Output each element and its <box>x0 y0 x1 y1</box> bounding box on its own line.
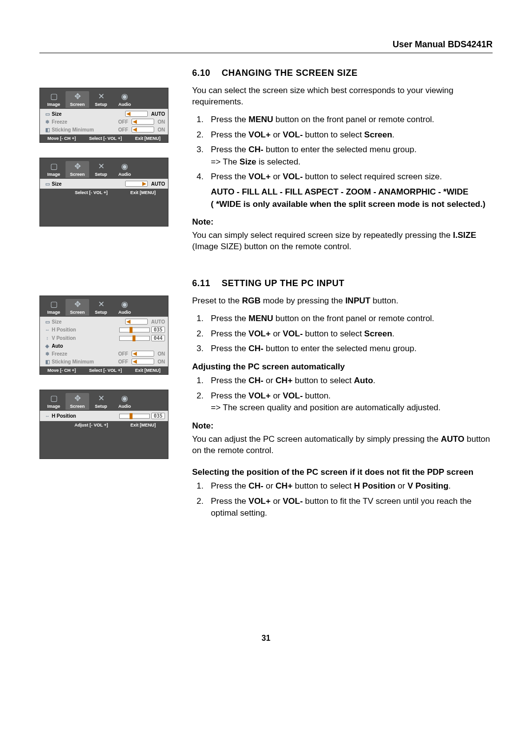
osd-tab-bar: ▢Image ✥Screen ✕Setup ◉Audio <box>40 88 168 109</box>
monitor-icon: ▢ <box>42 394 66 403</box>
speaker-icon: ◉ <box>113 394 136 403</box>
osd-tab-setup: ✕Setup <box>89 393 113 410</box>
osd-row-hpos: ↔ H Position 035 <box>40 326 168 334</box>
osd-tab-image: ▢Image <box>42 299 66 316</box>
osd-screenshot-2: ▢Image ✥Screen ✕Setup ◉Audio ▭ Size ▶AUT… <box>39 158 168 227</box>
osd-tab-audio: ◉Audio <box>113 91 136 108</box>
step-2: Press the VOL+ or VOL- button to select … <box>206 129 493 141</box>
osd-tab-bar: ▢Image ✥Screen ✕Setup ◉Audio <box>40 158 168 179</box>
screen-modes-list: AUTO - FILL ALL - FILL ASPECT - ZOOM - A… <box>211 186 493 198</box>
size-icon: ▭ <box>43 111 52 117</box>
speaker-icon: ◉ <box>113 300 136 309</box>
page-number: 31 <box>39 634 493 643</box>
osd-hint-bar: Adjust [- VOL +] Exit [MENU] <box>40 421 168 429</box>
osd-tab-image: ▢Image <box>42 91 66 108</box>
select-position-steps: Press the CH- or CH+ button to select H … <box>192 480 493 520</box>
page-header: User Manual BDS4241R <box>39 39 493 53</box>
osd-column: ▢Image ✥Screen ✕Setup ◉Audio ▭ Size ◀AUT… <box>39 68 177 526</box>
arrows-icon: ✥ <box>66 300 89 309</box>
tools-icon: ✕ <box>89 394 113 403</box>
osd-hint-bar: Move [- CH +] Select [- VOL +] Exit [MEN… <box>40 134 168 142</box>
wide-mode-note: ( *WIDE is only available when the split… <box>211 198 493 211</box>
freeze-icon: ❄ <box>43 119 52 125</box>
osd-tab-image: ▢Image <box>42 161 66 178</box>
step-2: Press the VOL+ or VOL- button to fit the… <box>206 495 493 520</box>
step-4: Press the VOL+ or VOL- button to select … <box>206 171 493 210</box>
osd-row-sticking: ◧ Sticking Minimum OFF◀ON <box>40 358 168 365</box>
tools-icon: ✕ <box>89 162 113 171</box>
step-1: Press the CH- or CH+ button to select H … <box>206 480 493 493</box>
osd-tab-setup: ✕Setup <box>89 91 113 108</box>
adjust-auto-steps: Press the CH- or CH+ button to select Au… <box>192 375 493 414</box>
osd-row-hpos: ↔ H Position 035 <box>40 412 168 420</box>
osd-tab-setup: ✕Setup <box>89 161 113 178</box>
osd-hint-bar: Move [- CH +] Select [- VOL +] Exit [MEN… <box>40 366 168 374</box>
osd-row-freeze: ❄ Freeze OFF◀ON <box>40 350 168 358</box>
osd-row-vpos: ↕ V Position 044 <box>40 334 168 342</box>
note-heading: Note: <box>192 421 493 431</box>
size-icon: ▭ <box>43 319 52 325</box>
step-1: Press the CH- or CH+ button to select Au… <box>206 375 493 387</box>
arrows-icon: ✥ <box>66 394 89 403</box>
select-position-heading: Selecting the position of the PC screen … <box>192 467 493 477</box>
hpos-icon: ↔ <box>43 413 52 419</box>
tools-icon: ✕ <box>89 300 113 309</box>
osd-screenshot-3: ▢Image ✥Screen ✕Setup ◉Audio ▭ Size ◀AUT… <box>39 296 168 375</box>
text-column: 6.10CHANGING THE SCREEN SIZE You can sel… <box>192 68 493 526</box>
osd-tab-bar: ▢Image ✥Screen ✕Setup ◉Audio <box>40 296 168 317</box>
note-text: You can adjust the PC screen automatical… <box>192 434 493 457</box>
hpos-icon: ↔ <box>43 327 52 332</box>
size-icon: ▭ <box>43 181 52 187</box>
step-2: Press the VOL+ or VOL- button.=> The scr… <box>206 390 493 414</box>
monitor-icon: ▢ <box>42 300 66 309</box>
osd-screenshot-1: ▢Image ✥Screen ✕Setup ◉Audio ▭ Size ◀AUT… <box>39 88 168 143</box>
tools-icon: ✕ <box>89 92 113 101</box>
step-2: Press the VOL+ or VOL- button to select … <box>206 328 493 340</box>
osd-hint-bar: Select [- VOL +] Exit [MENU] <box>40 189 168 197</box>
osd-tab-setup: ✕Setup <box>89 299 113 316</box>
monitor-icon: ▢ <box>42 162 66 171</box>
sticking-icon: ◧ <box>43 359 52 364</box>
note-text: You can simply select required screen si… <box>192 230 493 253</box>
osd-tab-screen: ✥Screen <box>66 299 89 316</box>
osd-tab-screen: ✥Screen <box>66 91 89 108</box>
step-3: Press the CH- button to enter the select… <box>206 343 493 355</box>
preset-text: Preset to the RGB mode by pressing the I… <box>192 296 493 307</box>
auto-icon: ◈ <box>43 343 52 349</box>
osd-row-size: ▭ Size ◀AUTO <box>40 318 168 326</box>
osd-tab-audio: ◉Audio <box>113 299 136 316</box>
step-3: Press the CH- button to enter the select… <box>206 144 493 168</box>
osd-row-freeze: ❄ Freeze OFF◀ON <box>40 118 168 126</box>
section-6-11-steps: Press the MENU button on the front panel… <box>192 313 493 355</box>
osd-tab-screen: ✥Screen <box>66 161 89 178</box>
osd-tab-audio: ◉Audio <box>113 161 136 178</box>
section-6-10-intro: You can select the screen size which bes… <box>192 85 493 108</box>
section-6-11-title: 6.11SETTING UP THE PC INPUT <box>192 278 493 289</box>
step-1: Press the MENU button on the front panel… <box>206 114 493 126</box>
osd-row-size: ▭ Size ▶AUTO <box>40 180 168 188</box>
speaker-icon: ◉ <box>113 162 136 171</box>
osd-row-auto: ◈ Auto <box>40 342 168 350</box>
osd-tab-audio: ◉Audio <box>113 393 136 410</box>
osd-tab-screen: ✥Screen <box>66 393 89 410</box>
arrows-icon: ✥ <box>66 92 89 101</box>
step-1: Press the MENU button on the front panel… <box>206 313 493 325</box>
osd-tab-image: ▢Image <box>42 393 66 410</box>
sticking-icon: ◧ <box>43 127 52 132</box>
osd-tab-bar: ▢Image ✥Screen ✕Setup ◉Audio <box>40 390 168 411</box>
osd-screenshot-4: ▢Image ✥Screen ✕Setup ◉Audio ↔ H Positio… <box>39 390 168 459</box>
section-6-10-steps: Press the MENU button on the front panel… <box>192 114 493 210</box>
arrows-icon: ✥ <box>66 162 89 171</box>
adjust-auto-heading: Adjusting the PC screen automatically <box>192 362 493 372</box>
note-heading: Note: <box>192 217 493 227</box>
speaker-icon: ◉ <box>113 92 136 101</box>
section-6-10-title: 6.10CHANGING THE SCREEN SIZE <box>192 68 493 78</box>
osd-row-size: ▭ Size ◀AUTO <box>40 110 168 118</box>
freeze-icon: ❄ <box>43 351 52 357</box>
vpos-icon: ↕ <box>43 335 52 341</box>
monitor-icon: ▢ <box>42 92 66 101</box>
osd-row-sticking: ◧ Sticking Minimum OFF◀ON <box>40 126 168 133</box>
